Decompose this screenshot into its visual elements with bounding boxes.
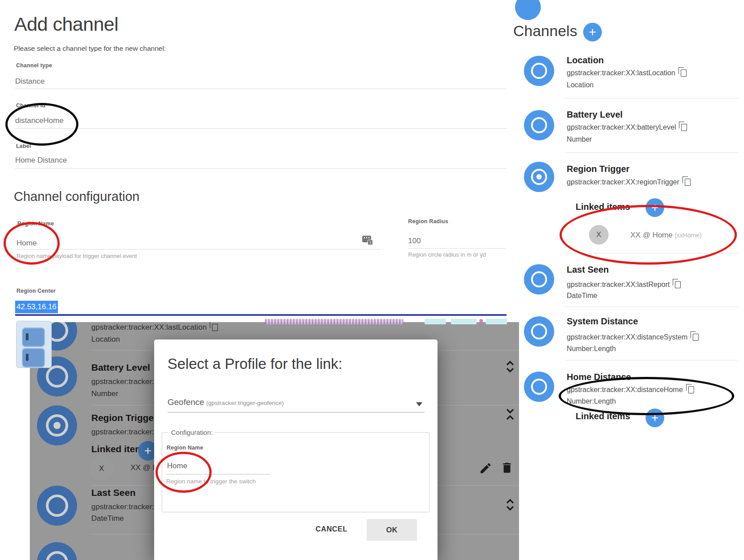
page-title: Add channel [14, 13, 119, 35]
channel-uri-row: gpstracker:tracker:XX:lastLocation [567, 69, 687, 77]
profile-keypad-icon[interactable]: 3 [362, 236, 371, 242]
bg-last-seen-type: DateTime [91, 514, 124, 523]
channel-type-label: Channel type [16, 62, 52, 69]
bg-battery-type: Number [91, 389, 118, 398]
profile-id: (gpstracker:trigger-geofence) [206, 400, 284, 406]
copy-icon[interactable] [693, 334, 699, 341]
divider [565, 360, 739, 360]
bg-location-type: Location [91, 335, 120, 344]
annotation-circle-home-distance [559, 377, 734, 415]
channel-title: Battery Level [567, 110, 623, 120]
copy-icon[interactable] [685, 179, 691, 186]
unfold-more-icon[interactable] [504, 360, 516, 373]
screenshot-sliver [425, 319, 446, 324]
channel-title: Last Seen [567, 265, 609, 275]
divider [15, 168, 507, 169]
annotation-circle-linked-item [560, 205, 737, 265]
channel-avatar-system-distance-icon [524, 316, 554, 347]
channel-avatar-last-seen-icon [37, 486, 77, 526]
divider [565, 307, 739, 307]
label-field-input[interactable]: Home Distance [15, 156, 67, 165]
channel-type: Location [567, 81, 594, 89]
unfold-less-icon[interactable] [504, 408, 516, 421]
screenshot-sliver [451, 319, 477, 324]
screenshot-sliver-dot [479, 319, 483, 323]
delete-trash-icon[interactable] [500, 461, 514, 475]
chevron-down-icon[interactable] [416, 402, 422, 406]
region-radius-input[interactable]: 100 [408, 237, 421, 245]
dialog-title: Select a Profile for the link: [168, 356, 343, 372]
region-center-label: Region Center [16, 288, 56, 294]
copy-icon[interactable] [681, 124, 687, 131]
screenshot-sliver [486, 319, 507, 324]
channel-avatar-region-trigger-icon [524, 162, 554, 192]
divider [15, 128, 507, 129]
bg-last-seen-title: Last Seen [91, 487, 135, 498]
channel-avatar-home-distance-icon [524, 372, 554, 402]
channel-type: Number [567, 135, 592, 143]
channel-uri-row: gpstracker:tracker:XX:batteryLevel [567, 123, 687, 131]
bg-location-uri: gpstracker:tracker:XX:lastLocation [91, 323, 218, 332]
channel-type-value[interactable]: Distance [15, 77, 45, 86]
channel-uri-row: gpstracker:tracker:XX:lastReport [567, 281, 681, 289]
config-heading: Channel configuration [14, 189, 139, 204]
focus-underline [15, 314, 507, 316]
channels-heading: Channels [513, 22, 577, 40]
dialog-region-name-label: Region Name [167, 445, 203, 451]
channel-title: System Distance [567, 316, 638, 327]
divider [15, 89, 507, 89]
channel-avatar-region-trigger-icon [37, 405, 77, 446]
screen: Add channel Please select a channel type… [0, 0, 744, 560]
channel-avatar-battery-icon [524, 110, 554, 140]
profile-select[interactable]: Geofence (gpstracker:trigger-geofence) [168, 397, 284, 407]
add-channel-button[interactable]: + [583, 23, 602, 41]
profile-name: Geofence [168, 397, 204, 407]
ok-button[interactable]: OK [367, 519, 417, 541]
copy-icon[interactable] [675, 281, 681, 288]
keypad-key [22, 348, 45, 368]
partial-avatar-icon [515, 0, 541, 20]
channel-title: Location [567, 55, 604, 65]
channel-uri-row: gpstracker:tracker:XX:regionTrigger [567, 178, 691, 186]
edit-pencil-icon[interactable] [479, 462, 492, 475]
fieldset-legend: Configuration: [168, 429, 215, 436]
intro-text: Please select a channel type for the new… [14, 45, 166, 53]
copy-icon[interactable] [681, 69, 687, 77]
channel-avatar-next-icon [37, 542, 77, 560]
divider [168, 412, 425, 413]
keypad-key [22, 327, 45, 347]
channel-uri-row: gpstracker:tracker:XX:distanceSystem [567, 333, 699, 341]
screenshot-sliver [265, 319, 403, 324]
region-radius-helper: Region circle radius in m or yd [408, 251, 486, 258]
copy-icon[interactable] [212, 324, 218, 331]
divider [408, 248, 507, 249]
region-center-input[interactable]: 42.53,16.16 [15, 301, 58, 313]
keypad-widget [16, 321, 52, 368]
divider [16, 249, 380, 249]
region-radius-label: Region Radius [408, 218, 448, 225]
annotation-circle-region-name [4, 222, 60, 265]
annotation-circle-channel-id [5, 103, 78, 146]
unfold-more-icon[interactable] [504, 498, 516, 511]
annotation-circle-dialog-region-name [155, 452, 212, 493]
channel-avatar-location-icon [524, 56, 554, 86]
bg-region-trigger-title: Region Trigger [91, 413, 157, 423]
divider [565, 98, 739, 98]
channel-type: DateTime [567, 292, 597, 300]
profile-dialog: Select a Profile for the link: Geofence … [154, 339, 437, 560]
channel-title: Region Trigger [567, 164, 630, 174]
bg-battery-title: Battery Level [91, 362, 150, 373]
linked-item-avatar: X [89, 456, 114, 481]
divider [565, 152, 739, 153]
channel-type: Number:Length [567, 345, 616, 353]
cancel-button[interactable]: CANCEL [309, 525, 354, 533]
channel-avatar-last-seen-icon [524, 264, 554, 294]
